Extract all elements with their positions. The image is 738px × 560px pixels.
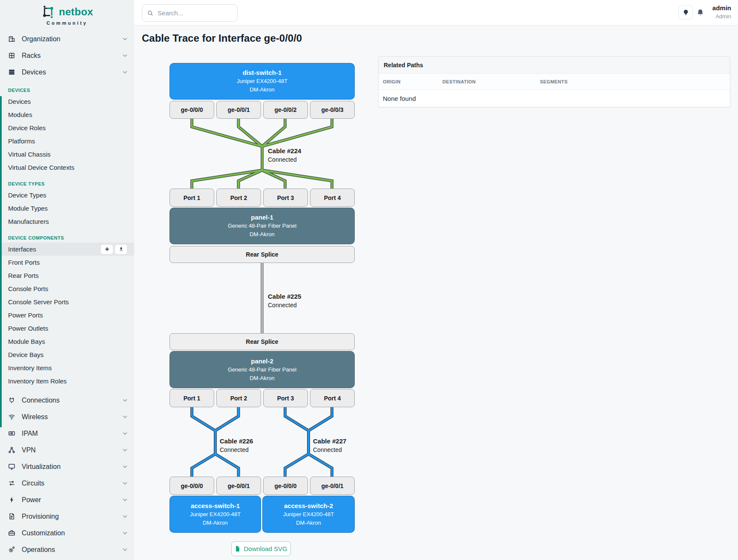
sidebar-item-inventory-item-roles[interactable]: Inventory Item Roles <box>0 374 134 388</box>
cable-label-227[interactable]: Cable #227 Connected <box>313 437 346 454</box>
port-label: Rear Splice <box>246 251 278 258</box>
interface-box[interactable]: ge-0/0/3 <box>310 101 355 119</box>
interface-box[interactable]: ge-0/0/2 <box>263 101 308 119</box>
sidebar-item-interfaces[interactable]: Interfaces <box>0 243 134 256</box>
front-port-box[interactable]: Port 4 <box>310 189 355 207</box>
sidebar-item-device-roles[interactable]: Device Roles <box>0 121 134 134</box>
interface-box[interactable]: ge-0/0/1 <box>310 477 355 495</box>
sidebar-item-label: Racks <box>22 52 116 60</box>
sidebar-item-console-server-ports[interactable]: Console Server Ports <box>0 295 134 309</box>
sidebar-item-module-types[interactable]: Module Types <box>0 202 134 215</box>
interface-label: ge-0/0/1 <box>227 483 250 489</box>
sidebar-section-device-components: DEVICE COMPONENTS <box>0 233 134 243</box>
sidebar-item-module-bays[interactable]: Module Bays <box>0 335 134 348</box>
front-port-box[interactable]: Port 1 <box>169 389 214 407</box>
chevron-down-icon <box>123 399 127 402</box>
sidebar-item-inventory-items[interactable]: Inventory Items <box>0 361 134 374</box>
interface-label: ge-0/0/0 <box>181 106 203 113</box>
device-model: Generic 48-Pair Fiber Panel <box>228 222 296 230</box>
chevron-down-icon <box>123 54 127 57</box>
upload-icon <box>118 246 124 252</box>
front-port-box[interactable]: Port 4 <box>310 389 355 407</box>
rear-port-box[interactable]: Rear Splice <box>169 246 355 263</box>
device-name: panel-2 <box>251 357 273 366</box>
device-site: DM-Akron <box>250 374 275 383</box>
cable-label-224[interactable]: Cable #224 Connected <box>268 146 301 164</box>
sidebar-item-rear-ports[interactable]: Rear Ports <box>0 269 134 282</box>
trace-node-access-switch-1[interactable]: access-switch-1 Juniper EX4200-48T DM-Ak… <box>169 496 261 533</box>
sidebar-item-console-ports[interactable]: Console Ports <box>0 282 134 295</box>
theme-toggle-button[interactable] <box>678 5 693 20</box>
sidebar-item-label: Virtual Chassis <box>8 151 51 158</box>
sidebar-item-virtual-chassis[interactable]: Virtual Chassis <box>0 148 134 161</box>
sidebar-item-vpn[interactable]: VPN <box>0 442 134 458</box>
sidebar-item-modules[interactable]: Modules <box>0 108 134 121</box>
sidebar-item-power-ports[interactable]: Power Ports <box>0 309 134 322</box>
sidebar-item-platforms[interactable]: Platforms <box>0 134 134 148</box>
front-port-box[interactable]: Port 2 <box>216 389 261 407</box>
sidebar-nav: Organization Racks Devices DEVICES Devic… <box>0 31 134 558</box>
trace-node-panel-2[interactable]: panel-2 Generic 48-Pair Fiber Panel DM-A… <box>169 351 355 388</box>
add-button[interactable] <box>101 244 113 254</box>
related-paths-empty: None found <box>379 90 730 107</box>
port-label: Port 4 <box>324 395 341 402</box>
search-icon <box>147 10 153 17</box>
device-name: dist-switch-1 <box>243 69 282 77</box>
cable-label-226[interactable]: Cable #226 Connected <box>220 437 253 454</box>
sidebar-item-connections[interactable]: Connections <box>0 392 134 409</box>
sidebar-item-circuits[interactable]: Circuits <box>0 475 134 491</box>
sidebar-item-ipam[interactable]: IPAM <box>0 425 134 442</box>
import-button[interactable] <box>115 244 127 254</box>
sidebar-item-label: Virtualization <box>22 463 116 471</box>
brand-logo[interactable]: netbox Community <box>0 0 134 31</box>
sidebar-item-power[interactable]: Power <box>0 491 134 508</box>
trace-node-access-switch-2[interactable]: access-switch-2 Juniper EX4200-48T DM-Ak… <box>262 496 355 533</box>
trace-node-dist-switch[interactable]: dist-switch-1 Juniper EX4200-48T DM-Akro… <box>169 63 355 100</box>
front-port-box[interactable]: Port 3 <box>263 389 308 407</box>
trace-node-panel-1[interactable]: panel-1 Generic 48-Pair Fiber Panel DM-A… <box>169 208 355 244</box>
sidebar-item-organization[interactable]: Organization <box>0 31 134 47</box>
sidebar-item-label: Operations <box>22 546 116 554</box>
interface-box[interactable]: ge-0/0/0 <box>263 477 308 495</box>
sidebar-item-label: Device Bays <box>8 351 43 358</box>
sidebar-item-label: Wireless <box>22 413 116 421</box>
rear-port-box[interactable]: Rear Splice <box>169 333 355 350</box>
sidebar-item-provisioning[interactable]: Provisioning <box>0 508 134 525</box>
brand-subtitle: Community <box>46 20 88 26</box>
search-input[interactable] <box>158 9 232 17</box>
sidebar-item-devices[interactable]: Devices <box>0 64 134 80</box>
cable-label-225[interactable]: Cable #225 Connected <box>268 292 301 310</box>
sidebar-item-label: Power Outlets <box>8 325 48 332</box>
sidebar-item-label: Manufacturers <box>8 218 49 225</box>
front-port-box[interactable]: Port 2 <box>216 189 261 207</box>
interface-box[interactable]: ge-0/0/1 <box>216 477 261 495</box>
sidebar-item-label: Inventory Item Roles <box>8 377 67 385</box>
sidebar-item-wireless[interactable]: Wireless <box>0 409 134 425</box>
sidebar-item-device-types[interactable]: Device Types <box>0 189 134 202</box>
sidebar-item-power-outlets[interactable]: Power Outlets <box>0 322 134 335</box>
sidebar-item-label: Connections <box>22 397 116 404</box>
interface-box[interactable]: ge-0/0/0 <box>169 101 214 119</box>
sidebar-section-devices: DEVICES <box>0 86 134 95</box>
sidebar-item-virtualization[interactable]: Virtualization <box>0 458 134 475</box>
device-model: Juniper EX4200-48T <box>190 510 241 519</box>
chevron-down-icon <box>123 37 127 40</box>
sidebar-item-device-bays[interactable]: Device Bays <box>0 348 134 361</box>
global-search[interactable] <box>142 4 238 22</box>
sidebar-item-devices-list[interactable]: Devices <box>0 95 134 108</box>
sidebar-item-racks[interactable]: Racks <box>0 47 134 64</box>
sidebar-item-manufacturers[interactable]: Manufacturers <box>0 215 134 228</box>
sidebar-item-customization[interactable]: Customization <box>0 525 134 541</box>
download-svg-button[interactable]: Download SVG <box>231 541 291 556</box>
sidebar-item-virtual-device-contexts[interactable]: Virtual Device Contexts <box>0 161 134 174</box>
cable-status: Connected <box>268 155 301 164</box>
sidebar-item-operations[interactable]: Operations <box>0 541 134 558</box>
front-port-box[interactable]: Port 3 <box>263 189 308 207</box>
sidebar-item-front-ports[interactable]: Front Ports <box>0 256 134 269</box>
user-menu[interactable]: admin Admin <box>712 4 731 21</box>
brand-name: netbox <box>59 6 93 18</box>
front-port-box[interactable]: Port 1 <box>169 189 214 207</box>
interface-box[interactable]: ge-0/0/1 <box>216 101 261 119</box>
interface-box[interactable]: ge-0/0/0 <box>169 477 214 495</box>
notifications-button[interactable] <box>696 9 704 17</box>
